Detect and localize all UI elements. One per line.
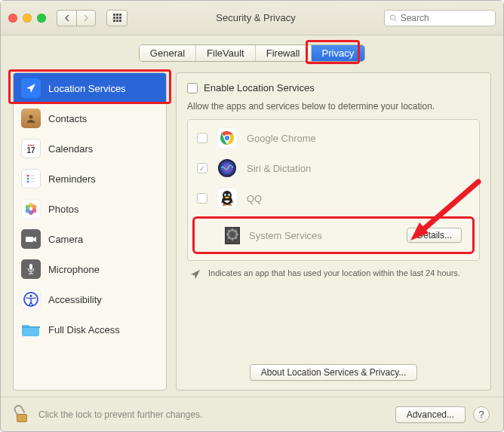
app-checkbox[interactable]: ✓	[197, 163, 207, 173]
qq-icon	[217, 188, 238, 209]
footer: Click the lock to prevent further change…	[1, 397, 503, 431]
sidebar-item-label: Photos	[48, 204, 78, 215]
chevron-right-icon	[83, 14, 89, 22]
tab-bar: General FileVault Firewall Privacy	[1, 44, 503, 62]
show-all-button[interactable]	[106, 10, 128, 26]
siri-icon	[217, 158, 238, 179]
sidebar-item-full-disk-access[interactable]: Full Disk Access	[14, 314, 166, 345]
svg-point-30	[225, 197, 229, 198]
sidebar-item-contacts[interactable]: Contacts	[14, 103, 166, 133]
reminders-icon	[21, 169, 41, 188]
enable-location-row[interactable]: Enable Location Services	[187, 82, 480, 93]
sidebar-item-label: Full Disk Access	[48, 324, 120, 335]
forward-button[interactable]	[76, 10, 96, 26]
back-button[interactable]	[57, 10, 76, 26]
privacy-sidebar[interactable]: Location Services Contacts ●●● 17 Calend…	[13, 72, 167, 391]
sidebar-item-microphone[interactable]: Microphone	[14, 254, 166, 284]
search-field[interactable]	[384, 10, 496, 26]
svg-point-29	[228, 195, 229, 195]
microphone-icon	[21, 259, 41, 279]
app-row-siri[interactable]: ✓ Siri & Dictation	[188, 153, 479, 183]
zoom-icon[interactable]	[37, 14, 46, 23]
nav-buttons	[57, 10, 96, 26]
sidebar-item-calendars[interactable]: ●●● 17 Calendars	[14, 133, 166, 164]
svg-point-28	[225, 195, 226, 195]
grid-icon	[113, 14, 121, 22]
system-services-row: System Services Details...	[196, 220, 471, 250]
window-controls	[8, 14, 46, 23]
help-button[interactable]: ?	[473, 406, 490, 423]
details-button[interactable]: Details...	[407, 228, 462, 243]
tab-privacy[interactable]: Privacy	[312, 45, 365, 61]
svg-line-1	[395, 19, 397, 21]
sidebar-item-label: Contacts	[48, 113, 87, 124]
sidebar-item-reminders[interactable]: Reminders	[14, 164, 166, 194]
search-input[interactable]	[401, 13, 490, 23]
app-checkbox[interactable]	[197, 133, 207, 143]
sidebar-item-label: Location Services	[48, 83, 126, 94]
tab-general[interactable]: General	[140, 45, 196, 61]
sidebar-item-label: Reminders	[48, 173, 96, 185]
sidebar-item-accessibility[interactable]: Accessibility	[14, 284, 166, 314]
svg-rect-16	[29, 264, 32, 270]
lock-body-icon	[17, 414, 27, 422]
svg-point-0	[390, 14, 395, 19]
titlebar: Security & Privacy	[1, 1, 503, 35]
tab-filevault[interactable]: FileVault	[196, 45, 256, 61]
lock-button[interactable]	[14, 405, 31, 424]
sidebar-item-label: Microphone	[48, 264, 100, 275]
tab-segmented: General FileVault Firewall Privacy	[139, 44, 365, 62]
location-indicator-icon	[190, 269, 201, 280]
accessibility-icon	[21, 290, 41, 309]
camera-icon	[21, 229, 41, 249]
sidebar-item-label: Camera	[48, 234, 83, 245]
about-row: About Location Services & Privacy...	[187, 360, 480, 381]
close-icon[interactable]	[8, 14, 17, 23]
svg-point-32	[229, 204, 232, 206]
svg-point-26	[224, 194, 226, 197]
svg-rect-15	[26, 237, 33, 242]
chrome-icon	[217, 127, 238, 149]
tab-firewall[interactable]: Firewall	[256, 45, 312, 61]
contacts-icon	[21, 109, 41, 128]
lock-text: Click the lock to prevent further change…	[38, 409, 388, 420]
app-name: Google Chrome	[247, 133, 316, 144]
advanced-button[interactable]: Advanced...	[395, 406, 466, 423]
svg-point-22	[225, 136, 229, 140]
svg-point-4	[27, 178, 29, 180]
svg-point-27	[228, 194, 230, 197]
preferences-window: Security & Privacy General FileVault Fir…	[0, 0, 504, 432]
sidebar-item-label: Calendars	[48, 143, 93, 155]
calendar-icon: ●●● 17	[21, 139, 41, 158]
chevron-left-icon	[64, 14, 70, 22]
svg-point-34	[229, 231, 236, 237]
window-title: Security & Privacy	[134, 12, 378, 23]
enable-location-label: Enable Location Services	[204, 82, 315, 93]
indicator-text: Indicates an app that has used your loca…	[208, 268, 460, 277]
about-location-button[interactable]: About Location Services & Privacy...	[250, 364, 418, 381]
folder-icon	[21, 320, 41, 339]
sidebar-item-photos[interactable]: Photos	[14, 194, 166, 224]
sidebar-item-camera[interactable]: Camera	[14, 224, 166, 254]
highlight-system-services: System Services Details...	[192, 216, 475, 254]
sidebar-item-label: Accessibility	[48, 294, 102, 305]
svg-rect-19	[22, 326, 40, 328]
enable-location-checkbox[interactable]	[187, 83, 198, 93]
app-checkbox[interactable]	[197, 193, 207, 204]
minimize-icon[interactable]	[23, 14, 32, 23]
app-row-chrome[interactable]: Google Chrome	[188, 123, 479, 153]
app-row-qq[interactable]: QQ	[188, 183, 479, 213]
panel-description: Allow the apps and services below to det…	[187, 101, 480, 112]
svg-point-31	[223, 204, 226, 206]
svg-point-5	[27, 181, 29, 183]
location-arrow-icon	[21, 78, 41, 98]
search-icon	[389, 14, 398, 23]
svg-point-23	[218, 159, 236, 177]
indicator-row: Indicates an app that has used your loca…	[187, 268, 480, 280]
gear-icon	[225, 227, 240, 244]
svg-point-2	[29, 115, 33, 119]
location-services-panel: Enable Location Services Allow the apps …	[176, 72, 491, 391]
content-area: Location Services Contacts ●●● 17 Calend…	[1, 62, 503, 397]
svg-point-3	[27, 175, 29, 177]
sidebar-item-location-services[interactable]: Location Services	[14, 73, 166, 103]
